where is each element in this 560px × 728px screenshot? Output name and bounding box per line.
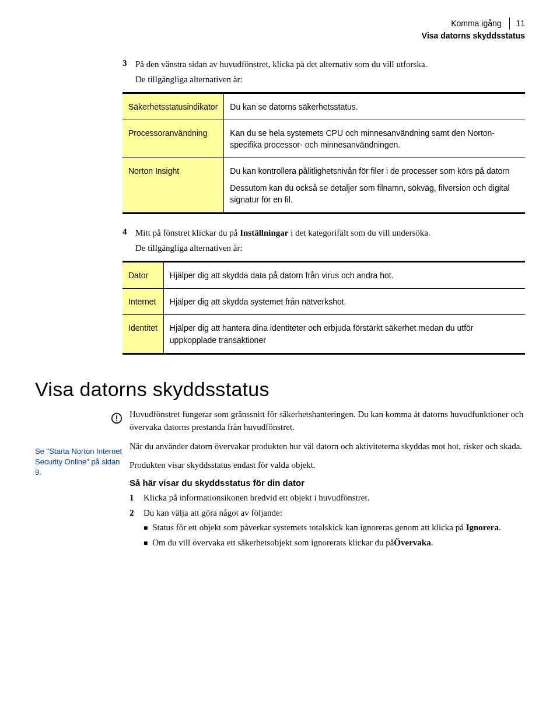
- list-number: 1: [130, 491, 138, 505]
- step-text: i det kategorifält som du vill undersöka…: [288, 228, 430, 237]
- bullet-icon: ■: [144, 538, 148, 548]
- table-row: Dator Hjälper dig att skydda data på dat…: [123, 261, 525, 288]
- step-number: 4: [123, 227, 130, 255]
- option-desc: Du kan kontrollera pålitlighetsnivån för…: [224, 158, 525, 214]
- section-heading: Visa datorns skyddsstatus: [35, 378, 525, 401]
- warning-icon: [111, 412, 123, 424]
- bullet-icon: ■: [144, 523, 148, 533]
- option-desc: Kan du se hela systemets CPU och minnesa…: [224, 120, 525, 158]
- page-number: 11: [509, 18, 525, 30]
- option-desc: Hjälper dig att skydda data på datorn fr…: [163, 261, 525, 288]
- table-row: Säkerhetsstatusindikator Du kan se dator…: [123, 93, 525, 120]
- option-desc: Du kan se datorns säkerhetsstatus.: [224, 93, 525, 120]
- header-chapter: Komma igång: [451, 19, 501, 28]
- option-label: Processoranvändning: [123, 120, 224, 158]
- list-number: 2: [130, 506, 138, 520]
- option-desc: Hjälper dig att hantera dina identiteter…: [163, 315, 525, 354]
- table-row: Identitet Hjälper dig att hantera dina i…: [123, 315, 525, 354]
- bullet-item: ■ Status för ett objekt som påverkar sys…: [144, 521, 501, 534]
- svg-rect-1: [116, 415, 117, 419]
- option-label: Identitet: [123, 315, 163, 354]
- procedure-heading: Så här visar du skyddsstatus för din dat…: [130, 478, 525, 488]
- see-also-link[interactable]: Se "Starta Norton Internet Security Onli…: [35, 446, 123, 478]
- step-number: 3: [123, 58, 130, 86]
- list-item: 1 Klicka på informationsikonen bredvid e…: [130, 491, 525, 505]
- option-label: Dator: [123, 261, 163, 288]
- step-text: Mitt på fönstret klickar du på: [135, 228, 240, 237]
- table-row: Processoranvändning Kan du se hela syste…: [123, 120, 525, 158]
- svg-rect-2: [116, 420, 117, 421]
- option-label: Internet: [123, 289, 163, 315]
- body-paragraph: När du använder datorn övervakar produkt…: [130, 440, 525, 453]
- options-table-2: Dator Hjälper dig att skydda data på dat…: [123, 261, 525, 355]
- procedure-list: 1 Klicka på informationsikonen bredvid e…: [130, 491, 525, 552]
- step-3: 3 På den vänstra sidan av huvudfönstret,…: [123, 58, 525, 86]
- step-text: På den vänstra sidan av huvudfönstret, k…: [135, 60, 427, 69]
- list-item: 2 Du kan välja att göra något av följand…: [130, 506, 525, 552]
- table-row: Internet Hjälper dig att skydda systemet…: [123, 289, 525, 315]
- step-subtext: De tillgängliga alternativen är:: [135, 242, 430, 255]
- bullet-item: ■ Om du vill övervaka ett säkerhetsobjek…: [144, 536, 501, 550]
- header-section: Visa datorns skyddsstatus: [35, 30, 525, 42]
- step-bold: Inställningar: [240, 228, 288, 237]
- option-desc: Hjälper dig att skydda systemet från nät…: [163, 289, 525, 315]
- option-label: Norton Insight: [123, 158, 224, 214]
- options-table-1: Säkerhetsstatusindikator Du kan se dator…: [123, 92, 525, 215]
- table-row: Norton Insight Du kan kontrollera pålitl…: [123, 158, 525, 214]
- list-text: Klicka på informationsikonen bredvid ett…: [144, 491, 369, 505]
- option-label: Säkerhetsstatusindikator: [123, 93, 224, 120]
- step-4: 4 Mitt på fönstret klickar du på Inställ…: [123, 227, 525, 255]
- step-subtext: De tillgängliga alternativen är:: [135, 74, 427, 86]
- list-text: Du kan välja att göra något av följande:: [144, 506, 501, 520]
- page-header: Komma igång 11 Visa datorns skyddsstatus: [35, 18, 525, 42]
- body-paragraph: Produkten visar skyddsstatus endast för …: [130, 459, 525, 472]
- body-paragraph: Huvudfönstret fungerar som gränssnitt fö…: [130, 408, 525, 434]
